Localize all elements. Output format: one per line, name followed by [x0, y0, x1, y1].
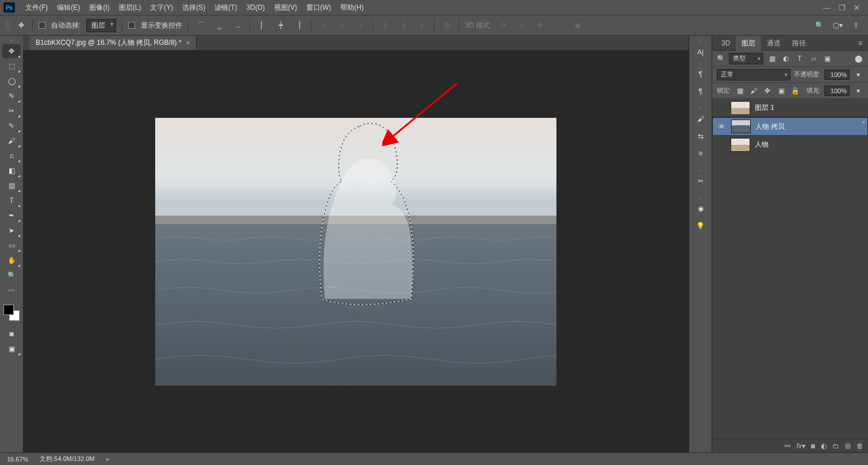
search-icon[interactable]: 🔍 [813, 19, 825, 32]
quick-select-tool[interactable]: ✎ [2, 89, 21, 103]
layer-name[interactable]: 人物 [755, 140, 769, 149]
document-tab[interactable]: B1cbKXCQ7.jpg @ 16.7% (人物 拷贝, RGB/8) * × [30, 36, 197, 50]
lock-position-icon[interactable]: ✥ [762, 86, 773, 96]
auto-select-checkbox[interactable] [39, 22, 45, 29]
status-more-icon[interactable]: ▸ [106, 455, 110, 463]
path-select-tool[interactable]: ➤ [2, 224, 21, 237]
align-left-icon[interactable]: ⎢ [256, 19, 268, 32]
menu-5[interactable]: 选择(S) [178, 0, 210, 15]
quick-mask-tool[interactable]: ◙ [2, 327, 21, 341]
foreground-color-swatch[interactable] [3, 305, 14, 315]
link-layers-icon[interactable]: ⚯ [785, 442, 790, 450]
lasso-tool[interactable]: ◯ [2, 74, 21, 88]
close-tab-icon[interactable]: × [186, 39, 191, 47]
pen-tool[interactable]: ✒ [2, 209, 21, 222]
menu-6[interactable]: 滤镜(T) [210, 0, 241, 15]
fill-dropdown-icon[interactable]: ▾ [853, 86, 863, 96]
menu-3[interactable]: 图层(L) [114, 0, 146, 15]
toolbox-drag-icon[interactable]: » [3, 38, 20, 44]
color-swatches[interactable] [3, 305, 20, 321]
drag-handle-icon[interactable] [6, 20, 10, 30]
new-layer-icon[interactable]: ⊞ [845, 442, 851, 450]
window-maximize-icon[interactable]: ❐ [839, 3, 846, 12]
lock-pixels-icon[interactable]: 🖌 [748, 86, 759, 96]
layer-thumb[interactable] [731, 120, 751, 133]
panel-menu-icon[interactable]: ≡ [856, 39, 865, 47]
actions-panel-icon[interactable]: ✂ [692, 172, 710, 190]
align-hcenter-icon[interactable]: ┿ [274, 19, 287, 32]
clone-stamp-tool[interactable]: ⎌ [2, 149, 21, 163]
dock-drag-icon[interactable]: » [695, 106, 706, 110]
filter-type-icon[interactable]: T [794, 53, 805, 64]
hand-tool[interactable]: ✋ [2, 253, 21, 267]
brush-settings-panel-icon[interactable]: ⇆ [692, 128, 710, 145]
layer-row[interactable]: 人物 [712, 136, 868, 154]
layer-filter-dropdown[interactable]: 类型 [729, 53, 763, 64]
dock-drag-icon[interactable]: » [695, 39, 706, 44]
edit-toolbar[interactable]: ⋯ [2, 283, 21, 297]
tab-paths[interactable]: 路径 [786, 36, 812, 51]
lock-artboard-icon[interactable]: ▣ [776, 86, 786, 96]
menu-4[interactable]: 文字(Y) [145, 0, 178, 15]
move-tool[interactable]: ✥ [2, 44, 21, 58]
eraser-tool[interactable]: ◧ [2, 164, 21, 178]
clone-source-panel-icon[interactable]: ≡ [692, 145, 710, 162]
lock-transparency-icon[interactable]: ▩ [735, 86, 745, 96]
libraries-panel-icon[interactable]: ◉ [692, 200, 710, 217]
canvas-area[interactable] [23, 51, 689, 452]
filter-toggle-icon[interactable]: ⬤ [853, 53, 863, 64]
lock-all-icon[interactable]: 🔒 [790, 86, 800, 96]
align-right-icon[interactable]: ⎥ [293, 19, 305, 32]
brush-tool[interactable]: 🖌 [2, 134, 21, 148]
zoom-tool[interactable]: 🔍 [2, 268, 21, 282]
learn-panel-icon[interactable]: 💡 [692, 217, 710, 235]
tab-channels[interactable]: 通道 [761, 36, 786, 51]
glyphs-panel-icon[interactable]: ¶ [692, 83, 710, 100]
tab-layers[interactable]: 图层 [736, 36, 761, 51]
align-top-icon[interactable]: ⎴ [194, 19, 207, 32]
doc-info[interactable]: 文档:54.0M/132.0M [40, 455, 94, 463]
filter-smart-icon[interactable]: ▣ [822, 53, 832, 64]
layer-row[interactable]: 👁人物 拷贝 [712, 117, 868, 136]
filter-search-icon[interactable]: 🔍 [717, 55, 725, 63]
add-mask-icon[interactable]: ◙ [811, 442, 815, 450]
menu-10[interactable]: 帮助(H) [336, 0, 368, 15]
menu-8[interactable]: 视图(V) [270, 0, 302, 15]
type-tool[interactable]: T [2, 194, 21, 207]
menu-7[interactable]: 3D(D) [242, 0, 270, 15]
gradient-tool[interactable]: ▤ [2, 179, 21, 193]
filter-adjust-icon[interactable]: ◐ [781, 53, 791, 64]
window-close-icon[interactable]: ✕ [854, 3, 860, 12]
menu-1[interactable]: 编辑(E) [52, 0, 85, 15]
dock-drag-icon[interactable]: » [695, 61, 706, 66]
character-panel-icon[interactable]: A| [692, 44, 710, 61]
layer-name[interactable]: 人物 拷贝 [755, 122, 785, 132]
screen-mode-tool[interactable]: ▣ [2, 342, 21, 356]
zoom-level[interactable]: 16.67% [7, 456, 28, 463]
align-vcenter-icon[interactable]: ⎯ [213, 19, 225, 32]
shape-tool[interactable]: ▭ [2, 239, 21, 252]
paragraph-panel-icon[interactable]: ¶ [692, 66, 710, 83]
auto-select-dropdown[interactable]: 图层 [86, 19, 116, 32]
opacity-dropdown-icon[interactable]: ▾ [853, 70, 863, 80]
window-minimize-icon[interactable]: — [823, 3, 831, 12]
align-bottom-icon[interactable]: ⎵ [231, 19, 244, 32]
show-transform-checkbox[interactable] [128, 22, 135, 29]
layer-name[interactable]: 图层 1 [755, 103, 774, 113]
layer-fx-icon[interactable]: fx▾ [796, 442, 805, 450]
layer-row[interactable]: 图层 1 [712, 99, 868, 117]
layer-thumb[interactable] [731, 138, 750, 152]
filter-pixel-icon[interactable]: ▦ [767, 53, 777, 64]
crop-tool[interactable]: ✂ [2, 104, 21, 118]
new-group-icon[interactable]: 🗀 [832, 442, 839, 450]
fill-input[interactable]: 100% [824, 86, 850, 96]
eyedropper-tool[interactable]: ✎ [2, 119, 21, 133]
menu-9[interactable]: 窗口(W) [302, 0, 336, 15]
dock-drag-icon[interactable]: » [695, 195, 706, 200]
layer-thumb[interactable] [731, 101, 750, 115]
menu-0[interactable]: 文件(F) [21, 0, 52, 15]
visibility-eye-icon[interactable]: 👁 [716, 122, 727, 131]
add-adjustment-icon[interactable]: ◐ [821, 442, 827, 450]
brush-panel-icon[interactable]: 🖌 [692, 110, 710, 128]
blend-mode-dropdown[interactable]: 正常 [717, 69, 790, 80]
